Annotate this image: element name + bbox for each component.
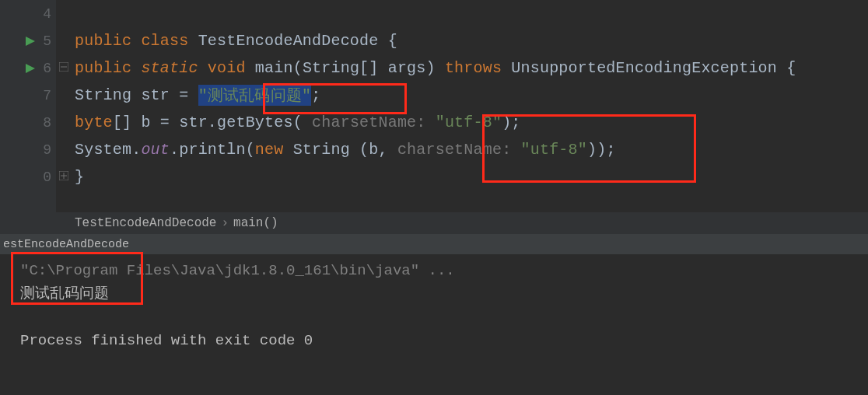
code-line: byte[] b = str.getBytes( charsetName: "u…: [75, 109, 868, 136]
line-number: 7: [36, 88, 51, 103]
code-line: String str = "测试乱码问题";: [75, 82, 868, 109]
breadcrumb-separator-icon: ›: [221, 216, 229, 230]
fold-open-icon[interactable]: [59, 61, 68, 75]
code-line: public class TestEncodeAndDecode {: [75, 27, 868, 54]
code-line: }: [75, 163, 868, 191]
console-output: 测试乱码问题: [20, 282, 868, 306]
code-line: System.out.println(new String (b, charse…: [75, 136, 868, 163]
fold-close-icon[interactable]: [59, 170, 68, 184]
console-exit: Process finished with exit code 0: [20, 329, 868, 352]
run-console[interactable]: "C:\Program Files\Java\jdk1.8.0_161\bin\…: [0, 254, 868, 395]
breadcrumb-item[interactable]: main(): [233, 216, 278, 230]
line-number: 4: [36, 6, 51, 22]
line-number: 0: [36, 170, 51, 185]
console-blank: [20, 306, 868, 329]
parameter-hint: charsetName:: [312, 114, 436, 131]
svg-marker-1: [26, 64, 35, 73]
code-line: public static void main(String[] args) t…: [75, 54, 868, 82]
gutter: 4 5 6 7 8 9 0: [0, 0, 56, 212]
breadcrumb[interactable]: TestEncodeAndDecode › main(): [0, 212, 868, 234]
breadcrumb-item[interactable]: TestEncodeAndDecode: [75, 216, 216, 230]
run-gutter-icon[interactable]: [25, 36, 36, 47]
console-tab-header[interactable]: estEncodeAndDecode: [0, 234, 868, 254]
line-number: 8: [36, 115, 51, 131]
code-editor[interactable]: 4 5 6 7 8 9 0 public class TestEncodeAnd…: [0, 0, 868, 212]
code-line: [75, 0, 868, 27]
run-gutter-icon[interactable]: [25, 63, 36, 74]
line-number: 5: [36, 33, 51, 49]
console-command: "C:\Program Files\Java\jdk1.8.0_161\bin\…: [20, 259, 868, 282]
parameter-hint: charsetName:: [397, 141, 521, 159]
code-area[interactable]: public class TestEncodeAndDecode { publi…: [75, 0, 868, 191]
line-number: 9: [36, 142, 51, 158]
svg-marker-0: [26, 37, 35, 46]
line-number: 6: [36, 61, 51, 76]
